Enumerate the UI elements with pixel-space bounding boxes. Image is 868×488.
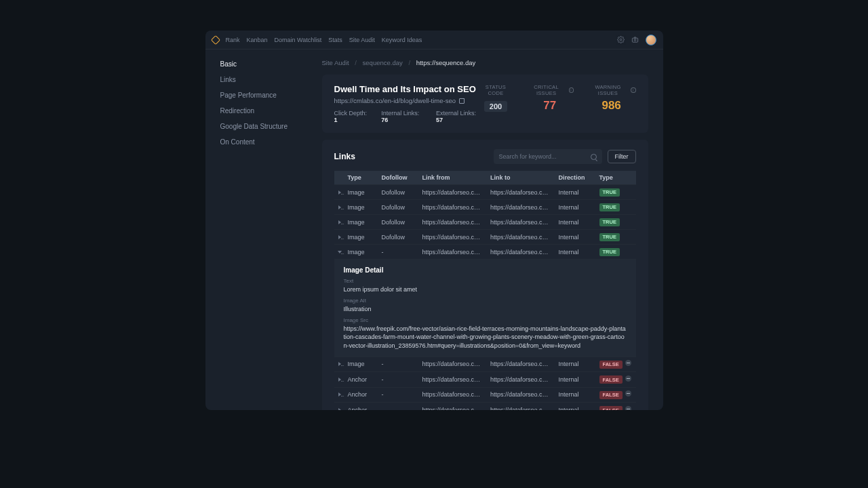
- avatar[interactable]: [646, 35, 656, 45]
- stat-warning: WARNING ISSUESi 986: [587, 84, 636, 113]
- camera-icon[interactable]: [631, 36, 639, 43]
- column-header: Type: [595, 171, 636, 185]
- page-url[interactable]: https://cmlabs.co/en-id/blog/dwell-time-…: [334, 97, 465, 104]
- topnav-item[interactable]: Rank: [226, 37, 240, 43]
- chevron-down-icon[interactable]: [338, 251, 342, 253]
- breadcrumb-item[interactable]: sequence.day: [363, 59, 403, 66]
- sidebar-item[interactable]: Page Performance: [205, 87, 307, 103]
- filter-button[interactable]: Filter: [608, 150, 636, 163]
- remove-icon[interactable]: [625, 406, 631, 410]
- column-header: Link from: [418, 171, 487, 185]
- chevron-right-icon[interactable]: [338, 205, 341, 209]
- status-badge: TRUE: [599, 203, 620, 211]
- topbar: RankKanbanDomain WatchlistStatsSite Audi…: [205, 30, 663, 49]
- table-row[interactable]: ImageDofollowhttps://dataforseo.com/api.…: [334, 185, 636, 200]
- gear-icon[interactable]: [617, 36, 625, 43]
- status-badge: FALSE: [599, 406, 623, 410]
- breadcrumb: Site Audit / sequence.day / https://sequ…: [322, 59, 648, 66]
- chevron-right-icon[interactable]: [338, 190, 341, 195]
- links-card: Links Search for keyword... Filter TypeD…: [322, 140, 648, 410]
- table-row[interactable]: ImageDofollowhttps://dataforseo.com/api.…: [334, 215, 636, 230]
- column-header: Direction: [555, 171, 595, 185]
- svg-point-0: [620, 39, 622, 41]
- links-table: TypeDofollowLink fromLink toDirectionTyp…: [334, 171, 636, 410]
- sidebar-item[interactable]: On Content: [205, 134, 307, 150]
- table-row[interactable]: Anchor-https://dataforseo.com/api...http…: [334, 403, 636, 410]
- remove-icon[interactable]: [625, 390, 631, 396]
- search-icon: [591, 154, 597, 160]
- status-badge: TRUE: [599, 233, 620, 241]
- sidebar-item[interactable]: Basic: [205, 56, 307, 72]
- column-header: Dofollow: [378, 171, 418, 185]
- chevron-right-icon[interactable]: [338, 378, 341, 382]
- chevron-right-icon[interactable]: [338, 362, 341, 366]
- stat-critical: CRITICAL ISSUESi 77: [526, 84, 574, 113]
- breadcrumb-item[interactable]: Site Audit: [322, 59, 349, 66]
- topnav-item[interactable]: Domain Watchlist: [275, 37, 322, 43]
- chevron-right-icon[interactable]: [338, 408, 341, 410]
- table-row[interactable]: ImageDofollowhttps://dataforseo.com/api.…: [334, 230, 636, 245]
- topnav-item[interactable]: Kanban: [247, 37, 268, 43]
- sidebar-item[interactable]: Links: [205, 72, 307, 87]
- status-badge: TRUE: [599, 248, 620, 256]
- table-row[interactable]: Anchor-https://dataforseo.com/api...http…: [334, 372, 636, 388]
- table-row[interactable]: ImageDofollowhttps://dataforseo.com/api.…: [334, 200, 636, 215]
- column-header: Link to: [486, 171, 555, 185]
- external-link-icon: [459, 98, 465, 104]
- status-badge: TRUE: [599, 188, 620, 197]
- topnav-item[interactable]: Site Audit: [349, 37, 375, 43]
- info-icon: i: [631, 87, 635, 93]
- sidebar-item[interactable]: Redirection: [205, 103, 307, 119]
- logo-icon: [212, 37, 219, 43]
- svg-rect-1: [632, 38, 637, 42]
- chevron-right-icon[interactable]: [338, 235, 341, 239]
- status-badge: FALSE: [599, 361, 623, 369]
- status-badge: FALSE: [599, 375, 623, 384]
- app-shell: RankKanbanDomain WatchlistStatsSite Audi…: [205, 30, 663, 410]
- chevron-right-icon[interactable]: [338, 220, 341, 224]
- row-detail: Image DetailTextLorem ipsum dolor sit am…: [334, 260, 636, 357]
- status-badge: FALSE: [599, 391, 623, 399]
- remove-icon[interactable]: [625, 360, 631, 366]
- search-input[interactable]: Search for keyword...: [494, 149, 602, 164]
- page-summary-card: Dwell Time and Its Impact on SEO https:/…: [322, 75, 648, 133]
- sidebar-item[interactable]: Google Data Structure: [205, 119, 307, 134]
- table-row[interactable]: Image-https://dataforseo.com/api...https…: [334, 245, 636, 260]
- table-row[interactable]: Anchor-https://dataforseo.com/api...http…: [334, 387, 636, 403]
- detail-title: Image Detail: [344, 266, 627, 274]
- topnav-item[interactable]: Keyword Ideas: [382, 37, 422, 43]
- remove-icon[interactable]: [625, 375, 631, 382]
- page-title: Dwell Time and Its Impact on SEO: [334, 84, 479, 94]
- chevron-right-icon[interactable]: [338, 392, 341, 396]
- status-badge: TRUE: [599, 218, 620, 226]
- column-header: Type: [344, 171, 378, 185]
- stat-status-code: STATUS CODE 200: [479, 84, 512, 113]
- topnav-item[interactable]: Stats: [328, 37, 342, 43]
- links-heading: Links: [334, 152, 355, 161]
- breadcrumb-current: https://sequence.day: [416, 59, 476, 66]
- svg-point-2: [634, 39, 636, 41]
- info-icon: i: [569, 87, 574, 93]
- sidebar: BasicLinksPage PerformanceRedirectionGoo…: [205, 49, 307, 410]
- table-row[interactable]: Image-https://dataforseo.com/api...https…: [334, 357, 636, 372]
